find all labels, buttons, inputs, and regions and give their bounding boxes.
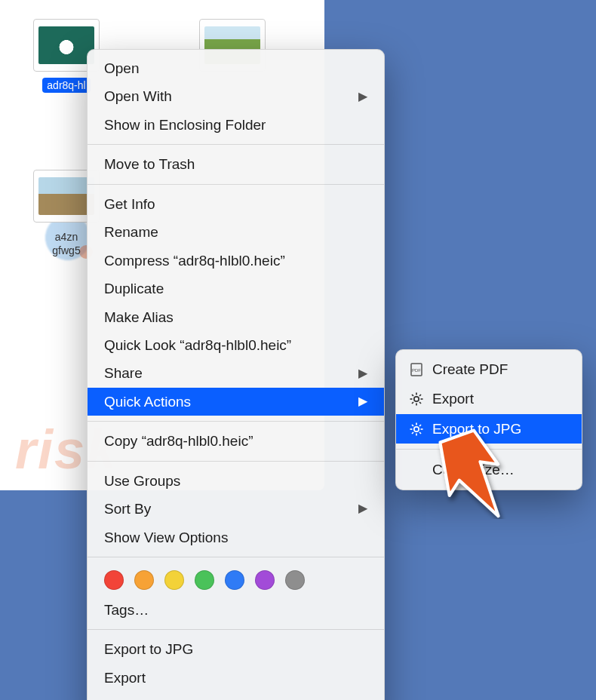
chevron-right-icon: ▶ [358,88,367,106]
svg-text:PDF: PDF [412,368,421,373]
menu-copy[interactable]: Copy “adr8q-hlbl0.heic” [88,427,384,455]
svg-line-7 [412,395,413,396]
svg-point-11 [414,426,419,431]
menu-duplicate[interactable]: Duplicate [88,275,384,302]
menu-separator [88,184,384,185]
submenu-export-to-jpg[interactable]: Export to JPG [396,414,582,444]
spacer [408,462,425,478]
svg-line-16 [412,425,413,426]
menu-separator [88,421,384,422]
menu-export-to-jpg[interactable]: Export to JPG [88,635,384,663]
menu-use-groups[interactable]: Use Groups [88,467,384,495]
chevron-right-icon: ▶ [358,499,367,518]
tag-yellow[interactable] [164,570,184,590]
chevron-right-icon: ▶ [358,364,367,383]
svg-line-10 [419,395,421,396]
menu-make-alias[interactable]: Make Alias [88,303,384,331]
menu-open-with[interactable]: Open With▶ [88,82,384,110]
menu-export[interactable]: Export [88,664,384,692]
menu-open[interactable]: Open [88,54,384,82]
svg-line-17 [419,432,421,434]
menu-share[interactable]: Share▶ [88,359,384,387]
tag-color-row [88,563,384,596]
svg-point-2 [414,397,419,401]
menu-show-view-options[interactable]: Show View Options [88,523,384,551]
menu-quick-actions[interactable]: Quick Actions▶ [88,388,384,416]
context-menu: Open Open With▶ Show in Enclosing Folder… [87,49,385,700]
gear-icon [408,391,425,407]
menu-separator [88,144,384,145]
svg-line-8 [419,402,421,404]
menu-compress[interactable]: Compress “adr8q-hlbl0.heic” [88,247,384,275]
menu-separator [88,557,384,557]
menu-quick-look[interactable]: Quick Look “adr8q-hlbl0.heic” [88,331,384,359]
quick-actions-submenu: PDF Create PDF Export Export to JPG Cust… [395,349,582,490]
tag-orange[interactable] [134,570,154,590]
svg-line-9 [412,402,413,404]
chevron-right-icon: ▶ [358,392,367,411]
menu-separator [88,629,384,630]
menu-set-desktop-picture[interactable]: Set Desktop Picture [88,692,384,700]
tag-purple[interactable] [255,570,275,590]
file-name-label: a4zngfwg5 [48,229,84,259]
submenu-export[interactable]: Export [396,384,582,413]
menu-sort-by[interactable]: Sort By▶ [88,495,384,523]
menu-move-to-trash[interactable]: Move to Trash [88,150,384,178]
menu-tags[interactable]: Tags… [88,596,384,624]
gear-icon [408,421,425,438]
svg-line-19 [419,425,421,426]
pdf-icon: PDF [408,361,425,378]
tag-green[interactable] [195,570,214,590]
menu-rename[interactable]: Rename [88,218,384,246]
submenu-create-pdf[interactable]: PDF Create PDF [396,355,582,384]
menu-separator [396,449,582,450]
submenu-customize[interactable]: Customize… [396,455,582,484]
menu-get-info[interactable]: Get Info [88,190,384,218]
file-name-label: adr8q-hl [42,78,90,93]
tag-red[interactable] [104,570,124,590]
menu-show-in-enclosing-folder[interactable]: Show in Enclosing Folder [88,111,384,139]
tag-gray[interactable] [285,570,305,590]
svg-line-18 [412,432,413,434]
tag-blue[interactable] [225,570,244,590]
menu-separator [88,461,384,462]
